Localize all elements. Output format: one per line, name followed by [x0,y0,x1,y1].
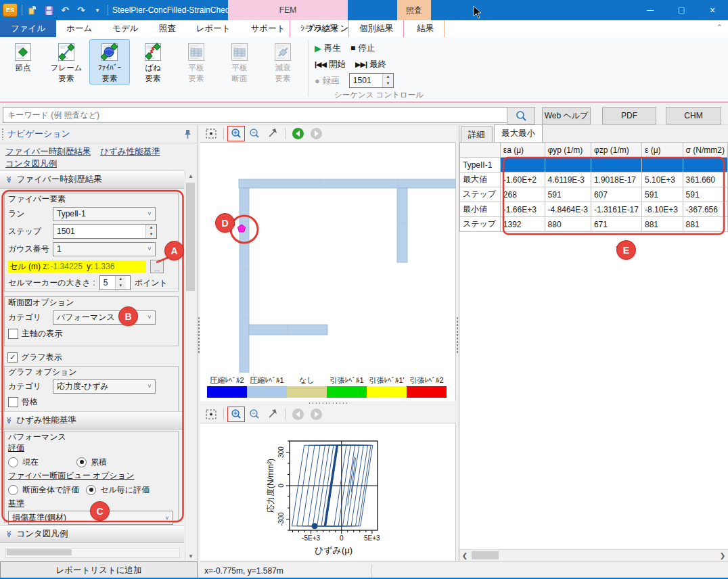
play-button[interactable]: ▶再生 [315,43,341,54]
zoom-in-icon[interactable] [228,126,244,141]
menu-tab-contextual-0[interactable]: ｼｰｹﾝｽ結果 [290,20,348,37]
scroll-down-icon[interactable]: ▼ [185,551,196,561]
pin-icon[interactable] [183,129,192,139]
minimize-button[interactable]: ─ [635,0,666,20]
scroll-thumb[interactable] [472,551,499,559]
spin-down-icon[interactable]: ▼ [146,231,156,238]
graph-category-combobox[interactable]: 応力度-ひずみ˅ [53,379,156,394]
web-help-button[interactable]: Web ヘルプ [542,107,591,124]
scroll-thumb[interactable] [186,183,195,291]
value-cell[interactable]: 881 [641,217,683,232]
scroll-right-icon[interactable]: ❯ [717,550,728,561]
gauss-combobox[interactable]: 1˅ [53,242,156,256]
search-input[interactable] [3,107,513,123]
value-cell[interactable] [545,158,591,172]
ribbon-button-node[interactable]: 節点 [3,39,43,85]
redo-icon[interactable]: ↷ [75,4,87,16]
pdf-button[interactable]: PDF [602,107,656,124]
max-min-table[interactable]: εa (μ)φyp (1/m)φzp (1/m)ε (μ)σ (N/mm2)Ty… [459,142,728,232]
stress-strain-graph-panel[interactable]: -5E+305E+3-3000300ひずみ(μ)応力度(N/mm²) [200,423,456,561]
section-header-fiber-history[interactable]: ≫ ファイバー時刻歴結果 [0,170,184,189]
undo-icon[interactable]: ↶ [59,4,71,16]
table-row[interactable]: ステップ268591607591591 [460,187,728,202]
value-cell[interactable]: 671 [591,217,641,232]
value-cell[interactable] [500,158,545,172]
value-cell[interactable]: 1.9018E-17 [591,172,641,187]
value-cell[interactable]: -1.3161E-17 [591,202,641,217]
pan-arrow-icon[interactable] [265,126,281,141]
add-to-report-list-button[interactable]: レポートリストに追加 [0,561,198,579]
value-cell[interactable]: -1.60E+2 [500,172,545,187]
step-spinbox[interactable]: 1501 ▲▼ [53,224,157,239]
value-cell[interactable]: 591 [683,187,727,202]
maximize-button[interactable]: □ [666,0,697,20]
drag-grip-icon[interactable] [1,128,5,140]
import-icon[interactable] [26,4,39,16]
skeleton-checkbox[interactable] [8,397,18,407]
search-button[interactable] [507,107,535,124]
table-row[interactable]: 最小値-1.66E+3-4.8464E-3-1.3161E-17-8.10E+3… [460,202,728,217]
menu-tab-3[interactable]: 照査 [149,20,186,37]
splitter-grip-icon[interactable] [308,402,348,404]
cell-picker-button[interactable]: ... [150,260,164,273]
value-cell[interactable]: -367.656 [683,202,727,217]
fit-view-icon[interactable] [203,126,219,141]
spin-down-icon[interactable]: ▼ [383,80,393,87]
spin-up-icon[interactable]: ▲ [116,276,126,283]
value-cell[interactable] [591,158,641,172]
section-header-strain-criteria[interactable]: ≫ ひずみ性能基準 [0,411,184,430]
value-cell[interactable] [641,158,683,172]
zoom-in-icon[interactable] [228,407,244,421]
scroll-thumb[interactable] [7,549,72,555]
customize-chevron-icon[interactable]: ▼ [91,4,104,16]
collapse-ribbon-icon[interactable]: ⌃ [716,23,723,32]
nav-horizontal-scrollbar[interactable] [5,548,180,558]
menu-tab-file[interactable]: ファイル [0,20,56,37]
ribbon-button-spring[interactable]: ばね要素 [133,39,173,85]
menu-tab-contextual-2[interactable]: 結果 [407,20,445,37]
chm-button[interactable]: CHM [666,107,721,124]
value-cell[interactable]: 5.10E+3 [641,172,683,187]
stop-button[interactable]: ■停止 [350,43,375,54]
table-row[interactable]: TypeII-1 [460,158,728,172]
back-icon[interactable] [290,407,306,421]
menu-tab-1[interactable]: ホーム [56,20,102,37]
ribbon-button-frame[interactable]: フレーム要素 [46,39,87,85]
step-spinner[interactable]: 1501 ▲▼ [349,73,394,88]
ribbon-button-fiber[interactable]: ﾌｧｲﾊﾞｰ要素 [89,39,130,85]
zoom-out-icon[interactable] [246,407,263,421]
radio-whole-section[interactable] [8,485,18,495]
value-cell[interactable]: 881 [683,217,727,232]
zoom-out-icon[interactable] [246,126,263,141]
link-contour-legend[interactable]: コンタ図凡例 [5,159,57,168]
run-combobox[interactable]: TypeⅡ-1˅ [53,207,156,221]
menu-tab-5[interactable]: サポート [241,20,296,37]
results-tab-最大最小[interactable]: 最大最小 [494,124,543,142]
section-category-combobox[interactable]: パフォーマンス˅ [53,310,156,325]
spin-up-icon[interactable]: ▲ [146,225,156,231]
radio-per-cell[interactable] [86,485,96,495]
value-cell[interactable]: 591 [641,187,683,202]
marker-size-spinbox[interactable]: 5 ▲▼ [99,275,131,290]
pan-arrow-icon[interactable] [265,407,281,421]
value-cell[interactable]: -4.8464E-3 [545,202,591,217]
value-cell[interactable] [683,158,727,172]
forward-icon[interactable] [308,407,324,421]
go-end-button[interactable]: ▶▶|最終 [355,59,386,70]
spin-up-icon[interactable]: ▲ [383,74,393,80]
scroll-up-icon[interactable]: ▲ [185,170,196,181]
forward-icon[interactable] [308,126,324,141]
scroll-left-icon[interactable]: ❮ [459,550,470,561]
link-strain-criteria[interactable]: ひずみ性能基準 [100,147,160,156]
back-icon[interactable] [290,126,306,141]
results-tab-詳細[interactable]: 詳細 [461,126,493,142]
fit-view-icon[interactable] [203,407,219,421]
value-cell[interactable]: -8.10E+3 [641,202,683,217]
results-horizontal-scrollbar[interactable]: ❮ ❯ [459,549,728,561]
value-cell[interactable]: 1392 [500,217,545,232]
value-cell[interactable]: 607 [591,187,641,202]
graph-show-checkbox[interactable]: ✓ [7,352,18,363]
table-row[interactable]: 最大値-1.60E+24.6119E-31.9018E-175.10E+3361… [460,172,728,187]
section-header-contour-legend[interactable]: ≫ コンタ図凡例 [0,525,184,543]
principal-axis-checkbox[interactable] [8,329,18,339]
